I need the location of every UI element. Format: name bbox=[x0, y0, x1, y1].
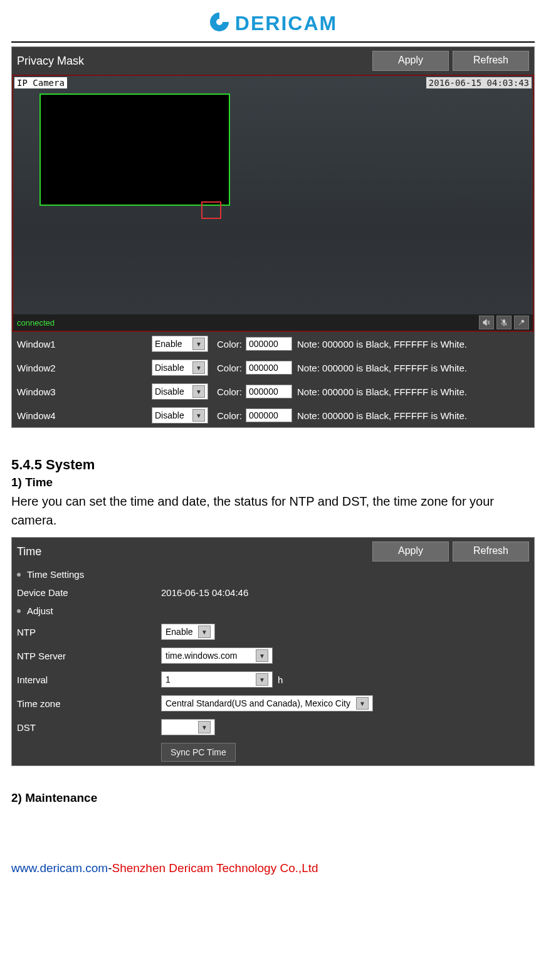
chevron-down-icon: ▼ bbox=[192, 385, 205, 398]
device-date-value: 2016-06-15 04:04:46 bbox=[161, 587, 248, 598]
adjust-heading: Adjust bbox=[12, 602, 534, 620]
window1-label: Window1 bbox=[17, 339, 152, 349]
ntp-label: NTP bbox=[17, 627, 161, 637]
color-note: Note: 000000 is Black, FFFFFF is White. bbox=[297, 386, 467, 397]
chevron-down-icon: ▼ bbox=[256, 649, 268, 662]
mask-region-1[interactable] bbox=[39, 93, 230, 206]
window4-row: Window4 Disable ▼ Color: 000000 Note: 00… bbox=[12, 403, 534, 427]
bullet-icon bbox=[17, 573, 21, 577]
color-label: Color: bbox=[217, 363, 242, 373]
chevron-down-icon: ▼ bbox=[192, 338, 205, 350]
sync-pc-time-button[interactable]: Sync PC Time bbox=[161, 743, 236, 762]
footer-company: Shenzhen Dericam Technology Co.,Ltd bbox=[112, 861, 318, 875]
logo-icon bbox=[209, 11, 230, 35]
interval-label: Interval bbox=[17, 674, 161, 685]
time-panel: Time Apply Refresh Time Settings Device … bbox=[11, 537, 535, 766]
time-settings-heading: Time Settings bbox=[12, 565, 534, 583]
privacy-mask-panel: Privacy Mask Apply Refresh IP Camera 201… bbox=[11, 46, 535, 428]
mute-icon[interactable] bbox=[479, 316, 494, 329]
chevron-down-icon: ▼ bbox=[198, 721, 211, 733]
window2-row: Window2 Disable ▼ Color: 000000 Note: 00… bbox=[12, 356, 534, 380]
ntp-select[interactable]: Enable ▼ bbox=[161, 624, 215, 640]
window1-color-input[interactable]: 000000 bbox=[246, 337, 292, 351]
window2-label: Window2 bbox=[17, 363, 152, 373]
mic-icon[interactable] bbox=[496, 316, 512, 329]
time-subheading: 1) Time bbox=[11, 476, 535, 489]
window2-enable-select[interactable]: Disable ▼ bbox=[152, 360, 208, 376]
device-date-label: Device Date bbox=[17, 587, 161, 598]
footer-link[interactable]: www.dericam.com bbox=[11, 861, 108, 875]
window4-enable-select[interactable]: Disable ▼ bbox=[152, 407, 208, 423]
dst-label: DST bbox=[17, 722, 161, 733]
privacy-mask-title: Privacy Mask bbox=[17, 55, 369, 68]
apply-button[interactable]: Apply bbox=[372, 541, 449, 562]
apply-button[interactable]: Apply bbox=[372, 51, 449, 71]
time-panel-title: Time bbox=[17, 545, 369, 558]
logo-text: DERICAM bbox=[235, 12, 337, 35]
window4-color-input[interactable]: 000000 bbox=[246, 408, 292, 422]
refresh-button[interactable]: Refresh bbox=[453, 541, 529, 562]
connection-status: connected bbox=[17, 318, 476, 328]
chevron-down-icon: ▼ bbox=[192, 361, 205, 374]
window3-row: Window3 Disable ▼ Color: 000000 Note: 00… bbox=[12, 380, 534, 403]
timestamp-overlay: 2016-06-15 04:03:43 bbox=[426, 77, 532, 88]
chevron-down-icon: ▼ bbox=[192, 409, 205, 422]
camera-name-overlay: IP Camera bbox=[14, 77, 67, 88]
interval-unit: h bbox=[278, 674, 283, 685]
section-heading: 5.4.5 System bbox=[11, 457, 535, 473]
timezone-label: Time zone bbox=[17, 698, 161, 709]
color-note: Note: 000000 is Black, FFFFFF is White. bbox=[297, 410, 467, 421]
window3-color-input[interactable]: 000000 bbox=[246, 385, 292, 398]
footer: www.dericam.com-Shenzhen Dericam Technol… bbox=[11, 861, 535, 875]
window4-label: Window4 bbox=[17, 410, 152, 421]
window3-label: Window3 bbox=[17, 386, 152, 397]
refresh-button[interactable]: Refresh bbox=[453, 51, 529, 71]
logo-header: DERICAM bbox=[11, 8, 535, 43]
chevron-down-icon: ▼ bbox=[256, 673, 268, 686]
color-note: Note: 000000 is Black, FFFFFF is White. bbox=[297, 363, 467, 373]
window1-row: Window1 Enable ▼ Color: 000000 Note: 000… bbox=[12, 332, 534, 356]
color-note: Note: 000000 is Black, FFFFFF is White. bbox=[297, 339, 467, 349]
window1-enable-select[interactable]: Enable ▼ bbox=[152, 336, 208, 352]
window2-color-input[interactable]: 000000 bbox=[246, 361, 292, 375]
ntp-server-select[interactable]: time.windows.com ▼ bbox=[161, 647, 273, 664]
maintenance-subheading: 2) Maintenance bbox=[11, 791, 535, 805]
ntp-server-label: NTP Server bbox=[17, 651, 161, 661]
chevron-down-icon: ▼ bbox=[356, 697, 369, 710]
chevron-down-icon: ▼ bbox=[198, 626, 211, 638]
interval-select[interactable]: 1 ▼ bbox=[161, 671, 273, 688]
bullet-icon bbox=[17, 609, 21, 613]
dst-select[interactable]: ▼ bbox=[161, 719, 215, 735]
color-label: Color: bbox=[217, 339, 242, 349]
video-preview[interactable]: IP Camera 2016-06-15 04:03:43 connected bbox=[12, 75, 534, 332]
time-description: Here you can set the time and date, the … bbox=[11, 492, 535, 530]
tools-icon[interactable] bbox=[514, 316, 529, 329]
color-label: Color: bbox=[217, 386, 242, 397]
window3-enable-select[interactable]: Disable ▼ bbox=[152, 383, 208, 400]
timezone-select[interactable]: Central Standard(US and Canada), Mexico … bbox=[161, 695, 373, 711]
mask-region-handle[interactable] bbox=[201, 201, 221, 219]
color-label: Color: bbox=[217, 410, 242, 421]
